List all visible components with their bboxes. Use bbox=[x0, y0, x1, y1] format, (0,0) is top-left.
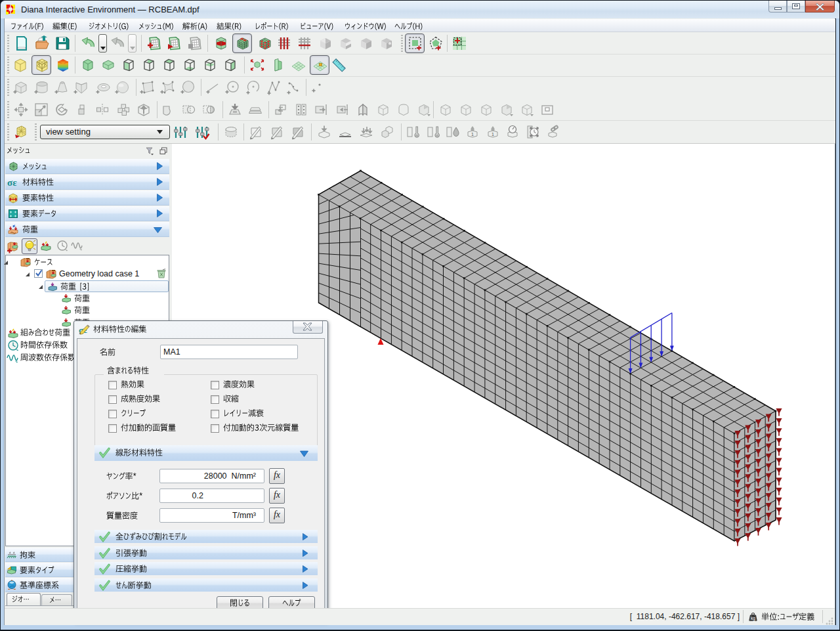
svg-text:1: 1 bbox=[492, 132, 494, 137]
svg-text:1: 1 bbox=[471, 132, 474, 137]
svg-text:kg: kg bbox=[751, 616, 755, 621]
svg-text:σε: σε bbox=[7, 177, 17, 188]
